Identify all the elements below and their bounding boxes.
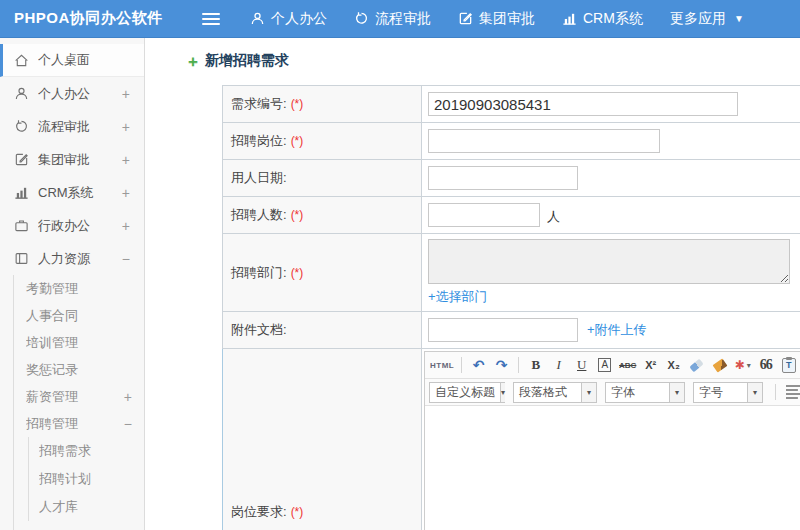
upload-attachment-link[interactable]: +附件上传 [587, 321, 647, 339]
home-icon [14, 53, 29, 68]
paragraph-format-select[interactable]: 段落格式 ▾ [513, 382, 597, 403]
app-header: PHPOA协同办公软件 个人办公 流程审批 集团审批 CRM系统 更多应用 ▼ [0, 0, 800, 38]
sidebar-item-label: 招聘管理 [26, 415, 120, 433]
editor-toolbar-row-1: HTML ↶ ↷ B I U A ABC X² X₂ [425, 352, 800, 379]
autotypeset-button[interactable]: ✱▾ [732, 355, 753, 375]
eraser-button[interactable] [686, 355, 707, 375]
sidebar-item-training[interactable]: 培训管理 [14, 329, 144, 356]
sidebar-item-group-approval[interactable]: 集团审批 + [0, 143, 144, 176]
sidebar-item-personal-desktop[interactable]: 个人桌面 [0, 44, 144, 77]
field-label: 招聘人数: [231, 207, 287, 222]
sidebar-item-label: 薪资管理 [26, 388, 120, 406]
sidebar-item-label: 流程审批 [38, 118, 118, 136]
expand-icon[interactable]: + [122, 86, 130, 102]
sidebar-item-talent-pool[interactable]: 人才库 [29, 493, 144, 521]
form-row-department: 招聘部门:(*) +选择部门 [223, 234, 800, 312]
form-row-hire-date: 用人日期: [223, 160, 800, 197]
sidebar-item-recruitment[interactable]: 招聘管理 − [14, 410, 144, 437]
sidebar-item-crm[interactable]: CRM系统 + [0, 176, 144, 209]
font-family-select[interactable]: 字体 ▾ [605, 382, 685, 403]
blockquote-button[interactable]: 66 [755, 355, 776, 375]
format-brush-button[interactable] [709, 355, 730, 375]
eraser-icon [689, 358, 703, 372]
expand-icon[interactable]: + [122, 119, 130, 135]
select-department-link[interactable]: +选择部门 [428, 288, 488, 306]
italic-button[interactable]: I [548, 355, 569, 375]
user-icon [14, 86, 29, 101]
field-label: 需求编号: [231, 96, 287, 111]
sidebar-item-hr[interactable]: 人力资源 − [0, 242, 144, 275]
nav-process-approval[interactable]: 流程审批 [354, 10, 431, 28]
headcount-input[interactable] [428, 203, 540, 227]
caret-down-icon: ▾ [747, 383, 762, 402]
field-label: 附件文档: [231, 322, 287, 337]
menu-toggle-icon[interactable] [202, 13, 220, 25]
collapse-icon[interactable]: − [124, 416, 132, 432]
sidebar-item-label: 行政办公 [38, 217, 118, 235]
html-source-button[interactable]: HTML [429, 355, 455, 375]
sidebar-item-label: 招聘需求 [39, 442, 130, 460]
add-icon: + [188, 53, 198, 70]
editor-content-area[interactable] [425, 406, 800, 530]
briefcase-icon [14, 218, 29, 233]
sidebar-item-process-approval[interactable]: 流程审批 + [0, 110, 144, 143]
caret-down-icon: ▾ [747, 361, 751, 370]
expand-icon[interactable]: + [122, 218, 130, 234]
field-label-cell: 岗位要求:(*) [223, 349, 422, 530]
flow-icon [14, 119, 29, 134]
select-value: 字体 [606, 383, 669, 402]
sidebar-item-label: 培训管理 [26, 334, 132, 352]
position-input[interactable] [428, 129, 660, 153]
sidebar-item-admin-office[interactable]: 行政办公 + [0, 209, 144, 242]
strikethrough-button[interactable]: ABC [617, 355, 638, 375]
sidebar-item-recruit-plan[interactable]: 招聘计划 [29, 465, 144, 493]
nav-label: 流程审批 [375, 10, 431, 28]
paste-text-button[interactable]: T [778, 355, 799, 375]
subscript-button[interactable]: X₂ [663, 355, 684, 375]
sidebar-item-personal-office[interactable]: 个人办公 + [0, 77, 144, 110]
collapse-icon[interactable]: − [122, 251, 130, 267]
attachment-input[interactable] [428, 318, 578, 342]
bold-button[interactable]: B [525, 355, 546, 375]
toolbar-separator [775, 384, 776, 400]
department-textarea[interactable] [428, 239, 790, 284]
toolbar-separator [518, 357, 519, 373]
redo-button[interactable]: ↷ [491, 355, 512, 375]
demand-no-input[interactable] [428, 92, 738, 116]
page-title-text: 新增招聘需求 [205, 52, 289, 70]
expand-icon[interactable]: + [124, 389, 132, 405]
font-border-button[interactable]: A [594, 355, 615, 375]
nav-group-approval[interactable]: 集团审批 [458, 10, 535, 28]
select-value: 段落格式 [514, 383, 581, 402]
undo-button[interactable]: ↶ [468, 355, 489, 375]
edit-icon [458, 11, 473, 26]
required-marker: (*) [291, 97, 304, 111]
align-left-button[interactable] [782, 382, 800, 402]
nav-label: 更多应用 [670, 10, 726, 28]
sidebar-item-recruit-demand[interactable]: 招聘需求 [29, 437, 144, 465]
custom-title-select[interactable]: 自定义标题 ▾ [429, 382, 505, 403]
font-size-select[interactable]: 字号 ▾ [693, 382, 763, 403]
required-marker: (*) [291, 208, 304, 222]
superscript-button[interactable]: X² [640, 355, 661, 375]
sidebar-item-rewards[interactable]: 奖惩记录 [14, 356, 144, 383]
chart-icon [14, 185, 29, 200]
sidebar-item-hr-contract[interactable]: 人事合同 [14, 302, 144, 329]
expand-icon[interactable]: + [122, 152, 130, 168]
nav-personal-office[interactable]: 个人办公 [250, 10, 327, 28]
expand-icon[interactable]: + [122, 185, 130, 201]
sidebar-item-label: 个人桌面 [38, 51, 130, 69]
hire-date-input[interactable] [428, 166, 578, 190]
user-icon [250, 11, 265, 26]
form-row-demand-no: 需求编号:(*) [223, 86, 800, 123]
toolbar-separator [461, 357, 462, 373]
form-row-headcount: 招聘人数:(*) 人 [223, 197, 800, 234]
editor-toolbar-row-2: 自定义标题 ▾ 段落格式 ▾ 字体 ▾ [425, 379, 800, 406]
field-label: 岗位要求: [231, 504, 287, 519]
nav-crm-system[interactable]: CRM系统 [562, 10, 643, 28]
sidebar-item-attendance[interactable]: 考勤管理 [14, 275, 144, 302]
sidebar-item-salary[interactable]: 薪资管理 + [14, 383, 144, 410]
sidebar-item-label: 人事合同 [26, 307, 132, 325]
underline-button[interactable]: U [571, 355, 592, 375]
nav-more-apps[interactable]: 更多应用 ▼ [670, 10, 744, 28]
